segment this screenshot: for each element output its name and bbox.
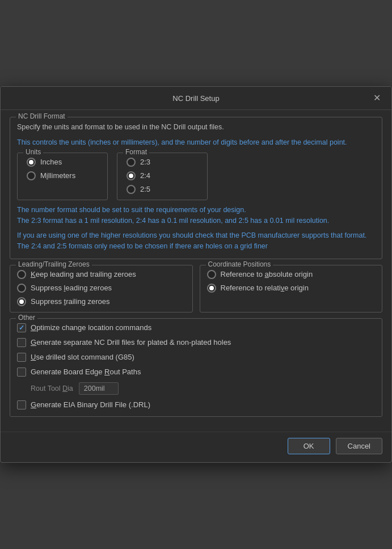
checkbox-board-edge[interactable]: Generate Board Edge Rout Paths <box>17 368 375 377</box>
format-label: Format <box>123 148 149 156</box>
nc-drill-format-label: NC Drill Format <box>16 112 68 120</box>
radio-millimeters-outer <box>27 171 36 180</box>
radio-f23-outer <box>127 158 136 167</box>
other-section: Other ✓ Optimize change location command… <box>10 318 382 417</box>
checkbox-slot-command-label: Use drilled slot command (G85) <box>31 353 134 361</box>
ok-button[interactable]: OK <box>288 438 330 454</box>
radio-f23-label: 2:3 <box>140 158 150 166</box>
dialog-title: NC Drill Setup <box>21 94 371 103</box>
checkbox-optimize-label: Optimize change location commands <box>31 323 151 332</box>
checkbox-slot-command[interactable]: Use drilled slot command (G85) <box>17 353 375 362</box>
checkbox-board-edge-box <box>17 368 26 377</box>
nc-drill-setup-dialog: NC Drill Setup ✕ NC Drill Format Specify… <box>0 86 392 463</box>
radio-relative-label: Reference to relative origin <box>221 284 309 292</box>
radio-inches[interactable]: Inches <box>27 158 98 167</box>
leading-trailing-label: Leading/Trailing Zeroes <box>16 260 92 268</box>
radio-relative-outer <box>207 284 216 293</box>
coordinate-positions-label: Coordinate Positions <box>206 260 273 268</box>
radio-keep-zeroes[interactable]: Keep leading and trailing zeroes <box>17 270 186 279</box>
format-desc1: Specify the units and format to be used … <box>17 122 375 133</box>
format-desc3: The number format should be set to suit … <box>17 205 375 226</box>
units-label: Units <box>23 148 43 156</box>
radio-keep-label: Keep leading and trailing zeroes <box>31 270 136 278</box>
radio-relative-inner <box>209 286 214 290</box>
radio-f25-label: 2:5 <box>140 185 150 193</box>
checkbox-eia-binary-label: Generate EIA Binary Drill File (.DRL) <box>31 400 150 409</box>
radio-absolute-label: Reference to absolute origin <box>221 270 313 278</box>
units-group: Units Inches Millimeters <box>17 153 108 200</box>
radio-f24[interactable]: 2:4 <box>127 171 198 180</box>
dialog-footer: OK Cancel <box>1 432 391 462</box>
close-button[interactable]: ✕ <box>371 92 382 104</box>
rout-tool-input[interactable] <box>79 382 119 395</box>
checkbox-separate-files-box <box>17 338 26 347</box>
radio-inches-label: Inches <box>40 158 62 166</box>
radio-millimeters-label: Millimeters <box>40 171 75 180</box>
radio-millimeters[interactable]: Millimeters <box>27 171 98 180</box>
radio-absolute[interactable]: Reference to absolute origin <box>207 270 376 279</box>
radio-suppress-trailing[interactable]: Suppress trailing zeroes <box>17 297 186 306</box>
checkbox-optimize[interactable]: ✓ Optimize change location commands <box>17 323 375 332</box>
radio-f24-inner <box>129 174 133 178</box>
other-section-label: Other <box>16 314 37 322</box>
radio-inches-inner <box>29 160 33 164</box>
checkbox-slot-command-box <box>17 353 26 362</box>
leading-trailing-section: Leading/Trailing Zeroes Keep leading and… <box>10 265 193 312</box>
rout-tool-row: Rout Tool Dia <box>31 382 375 395</box>
radio-f25[interactable]: 2:5 <box>127 185 198 194</box>
checkbox-separate-files[interactable]: Generate separate NC Drill files for pla… <box>17 338 375 347</box>
checkbox-optimize-box: ✓ <box>17 323 26 332</box>
radio-suppress-trailing-label: Suppress trailing zeroes <box>31 297 110 306</box>
radio-suppress-leading-label: Suppress leading zeroes <box>31 284 112 292</box>
rout-tool-label: Rout Tool Dia <box>31 385 73 392</box>
radio-keep-outer <box>17 270 26 279</box>
format-desc2: This controls the units (inches or milli… <box>17 137 375 148</box>
nc-drill-format-section: NC Drill Format Specify the units and fo… <box>10 117 382 259</box>
checkbox-board-edge-label: Generate Board Edge Rout Paths <box>31 368 141 376</box>
radio-relative[interactable]: Reference to relative origin <box>207 284 376 293</box>
checkbox-eia-binary[interactable]: Generate EIA Binary Drill File (.DRL) <box>17 400 375 409</box>
format-desc4: If you are using one of the higher resol… <box>17 230 375 252</box>
radio-absolute-outer <box>207 270 216 279</box>
check-optimize-mark: ✓ <box>19 324 24 332</box>
radio-f24-outer <box>127 171 136 180</box>
radio-suppress-leading[interactable]: Suppress leading zeroes <box>17 284 186 293</box>
radio-f23[interactable]: 2:3 <box>127 158 198 167</box>
format-group: Format 2:3 2:4 2:5 <box>117 153 208 200</box>
units-format-row: Units Inches Millimeters <box>17 153 375 200</box>
radio-f24-label: 2:4 <box>140 171 150 180</box>
cancel-button[interactable]: Cancel <box>336 438 382 454</box>
radio-suppress-trailing-inner <box>19 299 24 304</box>
title-bar: NC Drill Setup ✕ <box>1 87 391 110</box>
coordinate-positions-section: Coordinate Positions Reference to absolu… <box>200 265 383 312</box>
dialog-body: NC Drill Format Specify the units and fo… <box>1 110 391 432</box>
radio-suppress-trailing-outer <box>17 297 26 306</box>
checkbox-eia-binary-box <box>17 400 26 409</box>
radio-f25-outer <box>127 185 136 194</box>
radio-inches-outer <box>27 158 36 167</box>
checkbox-separate-files-label: Generate separate NC Drill files for pla… <box>31 338 231 347</box>
radio-suppress-leading-outer <box>17 284 26 293</box>
zeroes-coords-row: Leading/Trailing Zeroes Keep leading and… <box>10 265 382 312</box>
